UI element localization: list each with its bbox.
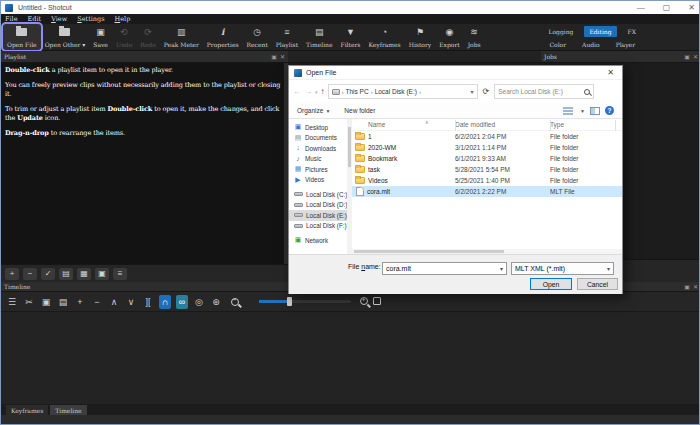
cancel-button[interactable]: Cancel <box>577 278 618 290</box>
sidebar-item-videos[interactable]: ▶Videos <box>289 175 347 186</box>
toolbar-history-button[interactable]: ⚑History <box>405 24 436 50</box>
file-row-1[interactable]: 16/2/2021 2:04 PMFile folder <box>352 131 622 142</box>
toolbar-properties-button[interactable]: iProperties <box>203 24 243 50</box>
column-name[interactable]: Name <box>352 121 455 128</box>
menu-help[interactable]: Help <box>115 15 131 23</box>
sidebar-item-local-disk-c-[interactable]: Local Disk (C:) <box>289 189 347 200</box>
view-caret-icon[interactable]: ▼ <box>580 108 585 114</box>
float-panel-icon[interactable]: ▣ <box>684 283 690 290</box>
sidebar-item-local-disk-e-[interactable]: Local Disk (E:) <box>289 210 347 221</box>
toolbar-keyframes-button[interactable]: ◔Keyframes <box>364 24 404 50</box>
view-details-icon[interactable]: ▤ <box>59 268 73 280</box>
search-input[interactable]: Search Local Disk (E:) <box>494 84 594 99</box>
column-type[interactable]: Type <box>550 121 615 128</box>
toolbar-undo-button[interactable]: ⟲Undo <box>112 24 136 50</box>
split-icon[interactable]: ][ <box>142 295 154 309</box>
help-icon[interactable]: ? <box>605 106 614 115</box>
zoom-slider-handle[interactable] <box>287 297 292 306</box>
breadcrumb-item[interactable]: This PC <box>346 88 369 95</box>
file-type-combo[interactable]: MLT XML (*.mlt) ▾ <box>511 262 614 275</box>
toolbar-timeline-button[interactable]: ▤Timeline <box>302 24 336 50</box>
menu-view[interactable]: View <box>51 15 67 23</box>
close-panel-icon[interactable]: ✕ <box>693 283 698 290</box>
snap-icon[interactable]: ∩ <box>159 295 171 309</box>
remove-icon[interactable]: − <box>23 268 37 280</box>
toolbar-open-other-button[interactable]: Open Other ▾ <box>41 24 90 50</box>
open-button[interactable]: Open <box>530 278 572 290</box>
file-row-cora-mlt[interactable]: cora.mlt6/2/2021 2:22 PMMLT File <box>352 186 622 197</box>
layout-logging-button[interactable]: Logging <box>543 26 578 37</box>
maximize-button[interactable]: ▢ <box>663 3 671 12</box>
view-icons-icon[interactable]: ▣ <box>95 268 109 280</box>
float-panel-icon[interactable]: ▣ <box>271 53 277 60</box>
float-panel-icon[interactable]: ▣ <box>684 53 690 60</box>
lift-icon[interactable]: ∧ <box>108 295 120 309</box>
breadcrumb-item[interactable]: Local Disk (E:) <box>375 88 417 95</box>
tab-timeline[interactable]: Timeline <box>50 405 86 415</box>
layout-color-button[interactable]: Color <box>544 39 571 50</box>
back-icon[interactable]: ← <box>293 87 301 96</box>
file-row-2020-wm[interactable]: 2020-WM3/1/2021 1:14 PMFile folder <box>352 142 622 153</box>
playlist-menu-icon[interactable]: ≡ <box>113 268 127 280</box>
sidebar-item-documents[interactable]: ▤Documents <box>289 133 347 144</box>
toolbar-save-button[interactable]: ▣Save <box>89 24 112 50</box>
paste-icon[interactable]: ▤ <box>57 295 69 309</box>
toolbar-export-button[interactable]: ◉Export <box>435 24 464 50</box>
layout-fx-button[interactable]: FX <box>623 26 641 37</box>
timeline-tracks-area[interactable] <box>1 312 700 404</box>
menu-settings[interactable]: Settings <box>77 15 104 23</box>
sidebar-item-desktop[interactable]: ▣Desktop <box>289 122 347 133</box>
ripple-delete-icon[interactable]: − <box>91 295 103 309</box>
layout-audio-button[interactable]: Audio <box>577 39 605 50</box>
layout-editing-button[interactable]: Editing <box>584 26 616 37</box>
ripple-all-tracks-icon[interactable]: ⊛ <box>210 295 222 309</box>
file-row-task[interactable]: task5/28/2021 5:54 PMFile folder <box>352 164 622 175</box>
preview-pane-icon[interactable] <box>590 107 600 115</box>
forward-icon[interactable]: → <box>304 87 312 96</box>
column-date-modified[interactable]: Date modified <box>455 121 550 128</box>
toolbar-peak-meter-button[interactable]: ▥Peak Meter <box>160 24 203 50</box>
timeline-zoom-slider[interactable] <box>259 300 351 303</box>
layout-player-button[interactable]: Player <box>611 39 640 50</box>
minimize-button[interactable]: — <box>637 3 645 12</box>
copy-icon[interactable]: ▣ <box>40 295 52 309</box>
sidebar-item-pictures[interactable]: ▦Pictures <box>289 164 347 175</box>
close-panel-icon[interactable]: ✕ <box>693 53 698 60</box>
sidebar-item-music[interactable]: ♪Music <box>289 154 347 165</box>
new-folder-button[interactable]: New folder <box>344 107 375 114</box>
file-row-bookmark[interactable]: Bookmark6/1/2021 9:33 AMFile folder <box>352 153 622 164</box>
file-name-combo[interactable]: ▾ <box>382 262 507 275</box>
toolbar-playlist-button[interactable]: ≡Playlist <box>272 24 302 50</box>
breadcrumb-caret-icon[interactable]: ▾ <box>471 88 474 95</box>
view-tiles-icon[interactable]: ▦ <box>77 268 91 280</box>
up-icon[interactable]: ↑ <box>321 87 325 96</box>
tab-keyframes[interactable]: Keyframes <box>6 405 48 415</box>
toolbar-jobs-button[interactable]: ≋Jobs <box>464 24 485 50</box>
file-name-input[interactable] <box>386 265 500 272</box>
close-button[interactable]: ✕ <box>688 3 695 12</box>
sidebar-item-downloads[interactable]: ↓Downloads <box>289 143 347 154</box>
menu-file[interactable]: File <box>5 15 18 23</box>
append-icon[interactable]: + <box>74 295 86 309</box>
chevron-down-icon[interactable]: ▾ <box>607 265 610 272</box>
toolbar-redo-button[interactable]: ⟳Redo <box>136 24 160 50</box>
file-row-videos[interactable]: Videos5/25/2021 1:40 PMFile folder <box>352 175 622 186</box>
scrub-while-dragging-icon[interactable]: ∞ <box>176 295 188 309</box>
toolbar-recent-button[interactable]: ◷Recent <box>243 24 272 50</box>
zoom-fit-icon[interactable] <box>373 297 381 305</box>
chevron-down-icon[interactable]: ▾ <box>500 265 503 272</box>
refresh-icon[interactable]: ⟳ <box>481 87 492 96</box>
timeline-menu-icon[interactable]: ☰ <box>6 295 18 309</box>
change-view-icon[interactable] <box>563 107 573 115</box>
sidebar-item-local-disk-f-[interactable]: Local Disk (F:) <box>289 221 347 232</box>
history-caret-icon[interactable]: ▾ <box>315 89 318 95</box>
zoom-in-icon[interactable]: + <box>360 297 368 305</box>
update-icon[interactable]: ✓ <box>41 268 55 280</box>
close-panel-icon[interactable]: ✕ <box>280 53 285 60</box>
toolbar-filters-button[interactable]: ▼Filters <box>336 24 364 50</box>
breadcrumb[interactable]: ›This PC›Local Disk (E:)›▾ <box>328 84 478 99</box>
dialog-close-icon[interactable]: ✕ <box>607 68 622 77</box>
organize-button[interactable]: Organize▼ <box>297 107 330 114</box>
sidebar-item-network[interactable]: ▣Network <box>289 235 347 246</box>
ripple-icon[interactable]: ◎ <box>193 295 205 309</box>
